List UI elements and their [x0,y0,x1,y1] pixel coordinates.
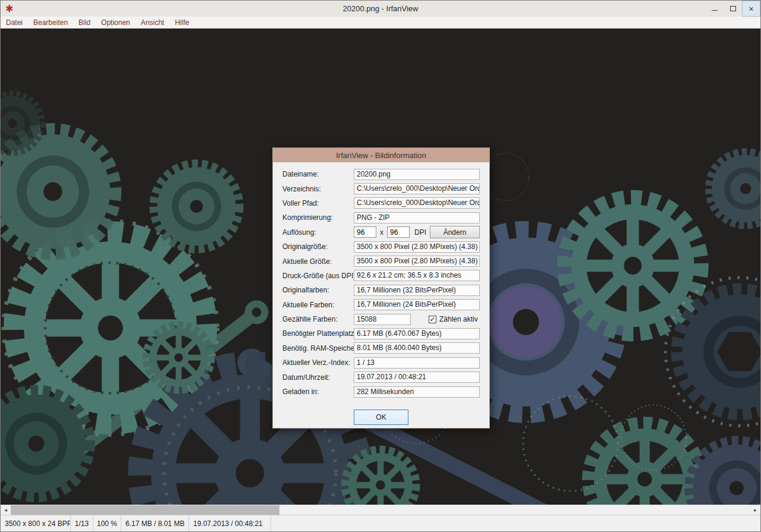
field-label: Dateiname: [282,170,354,178]
minimize-button[interactable] [705,1,724,17]
horizontal-scrollbar[interactable]: ◄ ► [1,505,760,515]
close-button[interactable]: × [742,1,760,17]
field-row-verz-index: Aktueller Verz.-Index: 1 / 13 [282,355,480,370]
bildinformation-dialog: IrfanView - Bildinformation Dateiname: 2… [272,147,490,429]
gezaehlte-farben-value[interactable]: 15088 [354,314,411,325]
field-row-voller-pfad: Voller Pfad: C:\Users\crelo_000\Desktop\… [282,196,480,210]
ram-speicher-value[interactable]: 8.01 MB (8.400.040 Bytes) [354,342,480,354]
field-label: Aktueller Verz.-Index: [282,358,354,367]
field-label: Verzeichnis: [282,185,354,193]
field-row-plattenplatz: Benötigter Plattenplatz: 6.17 MB (6.470.… [282,326,480,341]
resolution-separator: x [380,228,383,237]
field-label: Originalfarben: [282,286,354,294]
field-label: Benötig. RAM-Speicher: [282,344,354,352]
close-icon: × [749,5,753,13]
dpi-y-input[interactable] [387,226,410,238]
menu-ansicht[interactable]: Ansicht [136,17,169,28]
aendern-button[interactable]: Ändern [430,226,480,238]
irfanview-window: ✱ 20200.png - IrfanView × Datei Bearbeit… [0,0,761,532]
field-label: Voller Pfad: [282,199,354,207]
field-row-verzeichnis: Verzeichnis: C:\Users\crelo_000\Desktop\… [282,181,480,196]
field-row-datum-uhrzeit: Datum/Uhrzeit: 19.07.2013 / 00:48:21 [282,370,480,384]
dpi-x-input[interactable] [354,226,376,238]
status-datetime: 19.07.2013 / 00:48:21 [189,515,271,531]
field-label: Aktuelle Farben: [282,301,354,309]
field-row-komprimierung: Komprimierung: PNG - ZIP [282,210,480,225]
dateiname-value[interactable]: 20200.png [354,169,480,180]
menu-bearbeiten[interactable]: Bearbeiten [28,17,73,28]
dpi-unit-label: DPI [414,228,426,237]
field-row-ram-speicher: Benötig. RAM-Speicher: 8.01 MB (8.400.04… [282,341,480,355]
field-label: Benötigter Plattenplatz: [282,329,354,338]
window-controls: × [705,1,760,17]
status-dimensions: 3500 x 800 x 24 BPP [1,515,71,531]
checkbox-check-icon: ✓ [429,316,436,323]
minimize-icon [712,10,718,11]
dialog-title-bar[interactable]: IrfanView - Bildinformation [273,148,489,162]
aktuelle-farben-value[interactable]: 16,7 Millionen (24 BitsPerPixel) [354,299,480,310]
status-spacer [271,515,760,531]
field-label: Originalgröße: [282,243,354,251]
scroll-right-arrow[interactable]: ► [750,505,760,515]
window-title: 20200.png - IrfanView [1,4,760,13]
komprimierung-value[interactable]: PNG - ZIP [354,212,480,223]
field-row-geladen-in: Geladen in: 282 Millisekunden [282,385,480,399]
field-row-druck-groesse: Druck-Größe (aus DPI): 92.6 x 21.2 cm; 3… [282,269,480,283]
field-row-gezaehlte-farben: Gezählte Farben: 15088 ✓ Zählen aktiv [282,312,480,326]
status-filesize: 6.17 MB / 8.01 MB [121,515,189,531]
datum-uhrzeit-value[interactable]: 19.07.2013 / 00:48:21 [354,372,480,383]
dialog-title: IrfanView - Bildinformation [336,151,426,160]
field-row-aktuelle-groesse: Aktuelle Größe: 3500 x 800 Pixel (2.80 M… [282,254,480,268]
field-row-dateiname: Dateiname: 20200.png [282,167,480,181]
field-label: Datum/Uhrzeit: [282,373,354,382]
field-label: Auflösung: [282,228,354,237]
field-label: Gezählte Farben: [282,315,354,323]
counted-controls: 15088 ✓ Zählen aktiv [354,314,480,325]
status-index: 1/13 [71,515,93,531]
maximize-icon [730,6,736,11]
scrollbar-thumb[interactable] [11,505,279,515]
plattenplatz-value[interactable]: 6.17 MB (6.470.067 Bytes) [354,328,480,339]
title-bar[interactable]: ✱ 20200.png - IrfanView × [1,1,760,17]
irfanview-app-icon: ✱ [5,4,13,14]
image-canvas: IrfanView - Bildinformation Dateiname: 2… [1,29,760,505]
field-label: Komprimierung: [282,213,354,222]
field-label: Druck-Größe (aus DPI): [282,272,354,280]
scroll-left-arrow[interactable]: ◄ [1,505,11,515]
geladen-in-value[interactable]: 282 Millisekunden [354,386,480,398]
field-label: Geladen in: [282,388,354,396]
field-row-aktuelle-farben: Aktuelle Farben: 16,7 Millionen (24 Bits… [282,298,480,312]
verzeichnis-value[interactable]: C:\Users\crelo_000\Desktop\Neuer Ordner [354,183,480,194]
originalgroesse-value[interactable]: 3500 x 800 Pixel (2.80 MPixels) (4.38) [354,241,480,253]
resolution-controls: x DPI Ändern [354,226,480,238]
menu-hilfe[interactable]: Hilfe [169,17,194,28]
maximize-button[interactable] [724,1,742,17]
ok-button[interactable]: OK [354,410,408,425]
verz-index-value[interactable]: 1 / 13 [354,357,480,369]
zaehlen-aktiv-checkbox[interactable]: ✓ Zählen aktiv [429,315,478,323]
druck-groesse-value[interactable]: 92.6 x 21.2 cm; 36.5 x 8.3 inches [354,270,480,281]
field-row-originalgroesse: Originalgröße: 3500 x 800 Pixel (2.80 MP… [282,240,480,254]
aktuelle-groesse-value[interactable]: 3500 x 800 Pixel (2.80 MPixels) (4.38) [354,256,480,267]
menu-bild[interactable]: Bild [73,17,96,28]
ok-row: OK [282,410,480,425]
voller-pfad-value[interactable]: C:\Users\crelo_000\Desktop\Neuer Ordner [354,197,480,209]
menu-datei[interactable]: Datei [1,17,28,28]
field-label: Aktuelle Größe: [282,257,354,266]
field-row-aufloesung: Auflösung: x DPI Ändern [282,225,480,240]
field-row-originalfarben: Originalfarben: 16,7 Millionen (32 BitsP… [282,283,480,297]
checkbox-label: Zählen aktiv [439,315,478,323]
status-zoom: 100 % [93,515,121,531]
dialog-body: Dateiname: 20200.png Verzeichnis: C:\Use… [273,162,489,425]
menu-bar: Datei Bearbeiten Bild Optionen Ansicht H… [1,17,760,29]
originalfarben-value[interactable]: 16,7 Millionen (32 BitsPerPixel) [354,285,480,296]
status-bar: 3500 x 800 x 24 BPP 1/13 100 % 6.17 MB /… [1,515,760,531]
menu-optionen[interactable]: Optionen [96,17,136,28]
